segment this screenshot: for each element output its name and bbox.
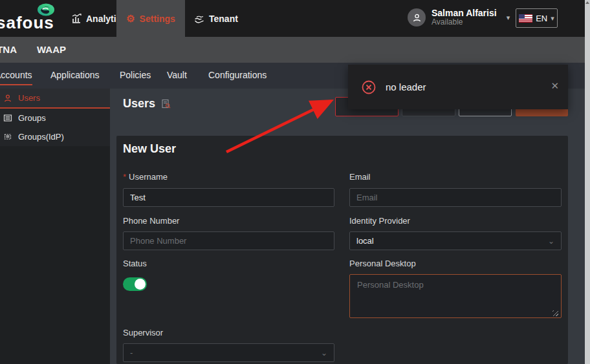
username-label: *Username [123,172,168,182]
sidebar-item-users[interactable]: Users [0,89,110,109]
tab-applications[interactable]: Applications [50,70,100,80]
gear-icon: ⚙ [126,14,135,23]
phone-label: Phone Number [123,216,179,226]
identity-provider-value: local [356,236,374,246]
bar-chart-icon [71,14,82,23]
language-code: EN [536,14,547,23]
email-input[interactable] [349,188,562,207]
user-name: Salman Alfarisi [432,8,497,18]
close-icon[interactable]: ✕ [551,80,559,92]
language-selector[interactable]: EN ▾ [516,8,558,28]
personal-desktop-textarea[interactable] [349,274,562,318]
sidebar-item-label: Users [18,93,40,103]
identity-provider-select[interactable]: local ⌄ [349,231,562,250]
resize-handle[interactable] [552,310,558,316]
main-content: Users New User *Username Email Phone N [110,89,585,364]
hand-service-icon [194,14,204,23]
sidebar-item-label: Groups [18,113,46,123]
toggle-knob [135,279,146,290]
status-label: Status [123,259,147,268]
tab-ztna[interactable]: ZTNA [0,44,17,55]
chevron-down-icon: ▾ [551,14,554,23]
sidebar-item-label: Groups(IdP) [18,132,64,142]
avatar [408,8,426,27]
supervisor-label: Supervisor [123,328,163,337]
page-title: Users [123,97,155,111]
supervisor-select[interactable]: - ⌄ [123,343,334,362]
required-marker: * [123,172,126,182]
tab-vault[interactable]: Vault [167,70,187,80]
logo[interactable]: safous [0,1,67,37]
chevron-down-icon: ⌄ [321,348,327,358]
supervisor-value: - [130,348,133,358]
nav-tenant-label: Tenant [209,14,238,24]
app-window: safous Analytics ⚙ Settings [0,0,590,364]
us-flag-icon [519,14,532,23]
status-toggle[interactable] [123,277,147,291]
personal-desktop-label: Personal Desktop [349,259,416,268]
user-menu[interactable]: Salman Alfarisi Available ▾ [408,8,510,27]
toast-message: no leader [386,81,426,92]
chevron-down-icon: ⌄ [548,237,554,246]
tab-waap[interactable]: WAAP [37,44,66,55]
tab-configurations[interactable]: Configurations [208,70,267,80]
error-toast: no leader ✕ [348,65,568,109]
nav-tenant[interactable]: Tenant [194,0,238,37]
document-search-icon[interactable] [161,99,171,109]
error-circle-icon [361,80,377,95]
topbar: safous Analytics ⚙ Settings [0,0,585,37]
nav-settings-label: Settings [140,14,175,24]
product-tabs: ZTNA WAAP [0,37,585,63]
email-label: Email [349,172,371,182]
tab-accounts[interactable]: Accounts [0,70,32,85]
user-status: Available [432,18,497,27]
phone-input[interactable] [123,231,334,250]
form-title: New User [123,142,176,156]
logo-text: safous [0,13,54,33]
sidebar-item-groups-idp[interactable]: Groups(IdP) [0,127,110,146]
tab-policies[interactable]: Policies [120,70,151,80]
sidebar-item-groups[interactable]: Groups [0,109,110,127]
new-user-card: New User *Username Email Phone Number Id… [116,136,568,364]
chevron-down-icon: ▾ [507,14,510,22]
user-icon [3,94,12,103]
vertical-scrollbar[interactable] [585,0,590,364]
username-input[interactable] [123,188,334,207]
groups-icon [3,114,12,122]
sidebar: Users Groups Groups(IdP) [0,89,110,364]
scroll-up-arrow-icon[interactable] [585,1,589,4]
groups-idp-icon [3,133,12,141]
nav-settings[interactable]: ⚙ Settings [116,0,185,37]
identity-provider-label: Identity Provider [349,216,410,226]
